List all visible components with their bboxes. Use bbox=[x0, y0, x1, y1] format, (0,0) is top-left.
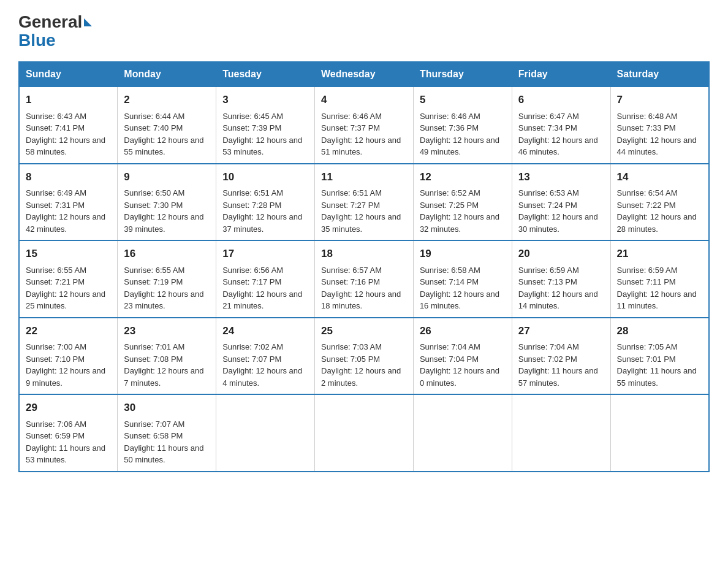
day-of-week-header: Monday bbox=[118, 62, 216, 86]
day-number: 27 bbox=[518, 323, 604, 339]
calendar-day-cell bbox=[413, 394, 512, 472]
day-number: 8 bbox=[26, 169, 111, 185]
day-number: 2 bbox=[124, 92, 210, 108]
day-info: Sunrise: 6:55 AMSunset: 7:19 PMDaylight:… bbox=[124, 266, 203, 311]
calendar-day-cell: 14Sunrise: 6:54 AMSunset: 7:22 PMDayligh… bbox=[610, 164, 709, 241]
calendar-day-cell: 16Sunrise: 6:55 AMSunset: 7:19 PMDayligh… bbox=[118, 240, 216, 318]
logo-triangle-icon bbox=[84, 18, 92, 26]
day-info: Sunrise: 6:49 AMSunset: 7:31 PMDaylight:… bbox=[26, 188, 105, 234]
calendar-week-row: 15Sunrise: 6:55 AMSunset: 7:21 PMDayligh… bbox=[19, 240, 709, 318]
calendar-day-cell: 22Sunrise: 7:00 AMSunset: 7:10 PMDayligh… bbox=[19, 318, 118, 395]
day-number: 14 bbox=[617, 169, 702, 185]
calendar-day-cell: 20Sunrise: 6:59 AMSunset: 7:13 PMDayligh… bbox=[512, 240, 610, 318]
day-number: 20 bbox=[518, 246, 604, 262]
day-info: Sunrise: 7:00 AMSunset: 7:10 PMDaylight:… bbox=[26, 342, 105, 388]
day-info: Sunrise: 6:46 AMSunset: 7:36 PMDaylight:… bbox=[420, 112, 499, 157]
day-info: Sunrise: 6:51 AMSunset: 7:27 PMDaylight:… bbox=[321, 188, 401, 234]
day-info: Sunrise: 6:46 AMSunset: 7:37 PMDaylight:… bbox=[321, 112, 401, 157]
day-number: 7 bbox=[617, 92, 702, 108]
calendar-week-row: 29Sunrise: 7:06 AMSunset: 6:59 PMDayligh… bbox=[19, 394, 709, 472]
calendar-day-cell: 23Sunrise: 7:01 AMSunset: 7:08 PMDayligh… bbox=[118, 318, 216, 395]
calendar-day-cell: 8Sunrise: 6:49 AMSunset: 7:31 PMDaylight… bbox=[19, 164, 118, 241]
calendar-week-row: 1Sunrise: 6:43 AMSunset: 7:41 PMDaylight… bbox=[19, 86, 709, 164]
calendar-week-row: 8Sunrise: 6:49 AMSunset: 7:31 PMDaylight… bbox=[19, 164, 709, 241]
day-info: Sunrise: 6:58 AMSunset: 7:14 PMDaylight:… bbox=[420, 266, 499, 311]
calendar-day-cell: 7Sunrise: 6:48 AMSunset: 7:33 PMDaylight… bbox=[610, 86, 709, 164]
day-info: Sunrise: 6:59 AMSunset: 7:11 PMDaylight:… bbox=[617, 266, 697, 311]
calendar-day-cell bbox=[315, 394, 414, 472]
day-info: Sunrise: 6:59 AMSunset: 7:13 PMDaylight:… bbox=[518, 266, 598, 311]
day-number: 30 bbox=[124, 400, 210, 416]
day-number: 15 bbox=[26, 246, 111, 262]
day-info: Sunrise: 6:55 AMSunset: 7:21 PMDaylight:… bbox=[26, 266, 105, 311]
day-number: 18 bbox=[321, 246, 407, 262]
logo-blue: Blue bbox=[18, 31, 56, 50]
day-number: 25 bbox=[321, 323, 407, 339]
day-of-week-header: Thursday bbox=[413, 62, 512, 86]
day-number: 4 bbox=[321, 92, 407, 108]
day-info: Sunrise: 6:51 AMSunset: 7:28 PMDaylight:… bbox=[222, 188, 302, 234]
day-number: 23 bbox=[124, 323, 210, 339]
day-number: 11 bbox=[321, 169, 407, 185]
day-number: 29 bbox=[26, 400, 111, 416]
day-number: 28 bbox=[617, 323, 702, 339]
day-number: 6 bbox=[518, 92, 604, 108]
day-number: 24 bbox=[222, 323, 308, 339]
day-info: Sunrise: 7:05 AMSunset: 7:01 PMDaylight:… bbox=[617, 342, 697, 388]
day-info: Sunrise: 6:56 AMSunset: 7:17 PMDaylight:… bbox=[222, 266, 302, 311]
day-number: 26 bbox=[420, 323, 506, 339]
day-of-week-header: Saturday bbox=[610, 62, 709, 86]
calendar-day-cell bbox=[216, 394, 315, 472]
day-number: 19 bbox=[420, 246, 506, 262]
logo-general: General bbox=[18, 12, 82, 32]
day-number: 21 bbox=[617, 246, 702, 262]
calendar-day-cell: 26Sunrise: 7:04 AMSunset: 7:04 PMDayligh… bbox=[413, 318, 512, 395]
day-number: 9 bbox=[124, 169, 210, 185]
day-info: Sunrise: 7:04 AMSunset: 7:02 PMDaylight:… bbox=[518, 342, 598, 388]
day-info: Sunrise: 6:54 AMSunset: 7:22 PMDaylight:… bbox=[617, 188, 697, 234]
day-of-week-header: Friday bbox=[512, 62, 610, 86]
day-info: Sunrise: 7:01 AMSunset: 7:08 PMDaylight:… bbox=[124, 342, 203, 388]
day-info: Sunrise: 7:04 AMSunset: 7:04 PMDaylight:… bbox=[420, 342, 499, 388]
day-number: 22 bbox=[26, 323, 111, 339]
calendar-day-cell: 13Sunrise: 6:53 AMSunset: 7:24 PMDayligh… bbox=[512, 164, 610, 241]
day-number: 1 bbox=[26, 92, 111, 108]
calendar-day-cell bbox=[610, 394, 709, 472]
day-info: Sunrise: 6:50 AMSunset: 7:30 PMDaylight:… bbox=[124, 188, 203, 234]
day-info: Sunrise: 7:02 AMSunset: 7:07 PMDaylight:… bbox=[222, 342, 302, 388]
calendar-day-cell: 3Sunrise: 6:45 AMSunset: 7:39 PMDaylight… bbox=[216, 86, 315, 164]
calendar-day-cell: 30Sunrise: 7:07 AMSunset: 6:58 PMDayligh… bbox=[118, 394, 216, 472]
day-number: 13 bbox=[518, 169, 604, 185]
calendar-header-row: SundayMondayTuesdayWednesdayThursdayFrid… bbox=[19, 62, 709, 86]
logo: General Blue bbox=[18, 12, 92, 50]
calendar-day-cell: 21Sunrise: 6:59 AMSunset: 7:11 PMDayligh… bbox=[610, 240, 709, 318]
calendar-day-cell: 1Sunrise: 6:43 AMSunset: 7:41 PMDaylight… bbox=[19, 86, 118, 164]
calendar-day-cell bbox=[512, 394, 610, 472]
calendar-day-cell: 17Sunrise: 6:56 AMSunset: 7:17 PMDayligh… bbox=[216, 240, 315, 318]
day-info: Sunrise: 6:45 AMSunset: 7:39 PMDaylight:… bbox=[222, 112, 302, 157]
calendar-day-cell: 28Sunrise: 7:05 AMSunset: 7:01 PMDayligh… bbox=[610, 318, 709, 395]
calendar-table: SundayMondayTuesdayWednesdayThursdayFrid… bbox=[18, 61, 710, 472]
calendar-day-cell: 5Sunrise: 6:46 AMSunset: 7:36 PMDaylight… bbox=[413, 86, 512, 164]
day-info: Sunrise: 6:44 AMSunset: 7:40 PMDaylight:… bbox=[124, 112, 203, 157]
page-header: General Blue bbox=[18, 12, 710, 50]
calendar-day-cell: 29Sunrise: 7:06 AMSunset: 6:59 PMDayligh… bbox=[19, 394, 118, 472]
calendar-day-cell: 24Sunrise: 7:02 AMSunset: 7:07 PMDayligh… bbox=[216, 318, 315, 395]
day-info: Sunrise: 7:07 AMSunset: 6:58 PMDaylight:… bbox=[124, 419, 203, 465]
day-info: Sunrise: 6:52 AMSunset: 7:25 PMDaylight:… bbox=[420, 188, 499, 234]
calendar-day-cell: 15Sunrise: 6:55 AMSunset: 7:21 PMDayligh… bbox=[19, 240, 118, 318]
day-number: 17 bbox=[222, 246, 308, 262]
calendar-day-cell: 4Sunrise: 6:46 AMSunset: 7:37 PMDaylight… bbox=[315, 86, 414, 164]
calendar-day-cell: 12Sunrise: 6:52 AMSunset: 7:25 PMDayligh… bbox=[413, 164, 512, 241]
calendar-day-cell: 19Sunrise: 6:58 AMSunset: 7:14 PMDayligh… bbox=[413, 240, 512, 318]
calendar-day-cell: 2Sunrise: 6:44 AMSunset: 7:40 PMDaylight… bbox=[118, 86, 216, 164]
day-info: Sunrise: 7:06 AMSunset: 6:59 PMDaylight:… bbox=[26, 419, 105, 465]
calendar-day-cell: 9Sunrise: 6:50 AMSunset: 7:30 PMDaylight… bbox=[118, 164, 216, 241]
calendar-week-row: 22Sunrise: 7:00 AMSunset: 7:10 PMDayligh… bbox=[19, 318, 709, 395]
day-of-week-header: Sunday bbox=[19, 62, 118, 86]
day-info: Sunrise: 6:48 AMSunset: 7:33 PMDaylight:… bbox=[617, 112, 697, 157]
day-info: Sunrise: 6:53 AMSunset: 7:24 PMDaylight:… bbox=[518, 188, 598, 234]
calendar-day-cell: 11Sunrise: 6:51 AMSunset: 7:27 PMDayligh… bbox=[315, 164, 414, 241]
day-info: Sunrise: 6:47 AMSunset: 7:34 PMDaylight:… bbox=[518, 112, 598, 157]
day-of-week-header: Wednesday bbox=[315, 62, 414, 86]
